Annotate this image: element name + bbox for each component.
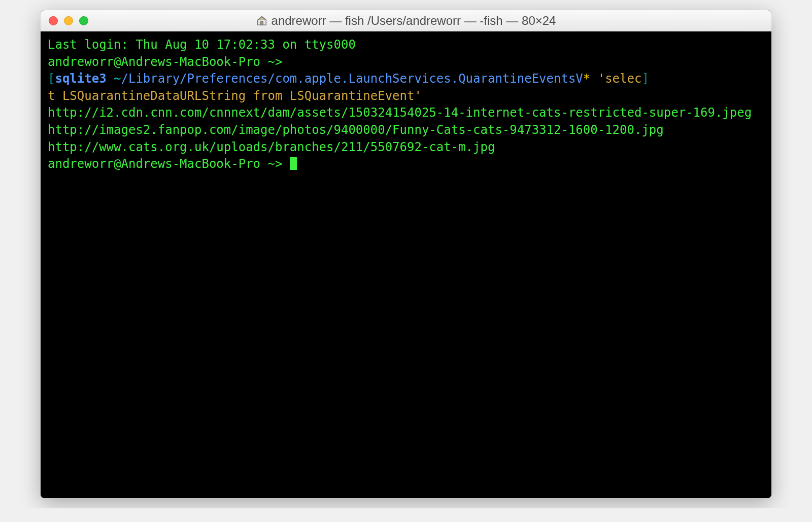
window-title-text: andreworr — fish /Users/andreworr — -fis… <box>272 14 556 28</box>
traffic-lights <box>49 16 88 25</box>
maximize-button[interactable] <box>79 16 88 25</box>
window-title: andreworr — fish /Users/andreworr — -fis… <box>256 14 556 28</box>
cmd-sql-1: 'selec <box>590 72 641 86</box>
bracket-open: [ <box>48 72 55 86</box>
bracket-close: ] <box>641 72 649 86</box>
close-button[interactable] <box>49 16 58 25</box>
svg-rect-0 <box>260 21 263 24</box>
cmd-sqlite: sqlite3 <box>55 72 114 86</box>
cmd-tilde: ~ <box>114 72 121 86</box>
home-icon <box>256 15 267 26</box>
title-bar: andreworr — fish /Users/andreworr — -fis… <box>41 10 771 31</box>
cmd-sql-2: t LSQuarantineDataURLString from LSQuara… <box>48 89 422 103</box>
output-url-1: http://i2.cdn.cnn.com/cnnnext/dam/assets… <box>48 106 752 120</box>
output-url-2: http://images2.fanpop.com/image/photos/9… <box>48 123 664 137</box>
cmd-glob-star: * <box>583 72 590 86</box>
cursor <box>290 157 297 170</box>
prompt-line-2: andreworr@Andrews-MacBook-Pro ~> <box>48 157 290 171</box>
terminal-body[interactable]: Last login: Thu Aug 10 17:02:33 on ttys0… <box>41 31 771 498</box>
last-login-text: Last login: Thu Aug 10 17:02:33 on ttys0… <box>48 38 356 52</box>
minimize-button[interactable] <box>64 16 73 25</box>
output-url-3: http://www.cats.org.uk/uploads/branches/… <box>48 140 495 154</box>
prompt-line-1: andreworr@Andrews-MacBook-Pro ~> <box>48 55 282 69</box>
terminal-window: andreworr — fish /Users/andreworr — -fis… <box>41 10 771 498</box>
cmd-path: /Library/Preferences/com.apple.LaunchSer… <box>121 72 583 86</box>
